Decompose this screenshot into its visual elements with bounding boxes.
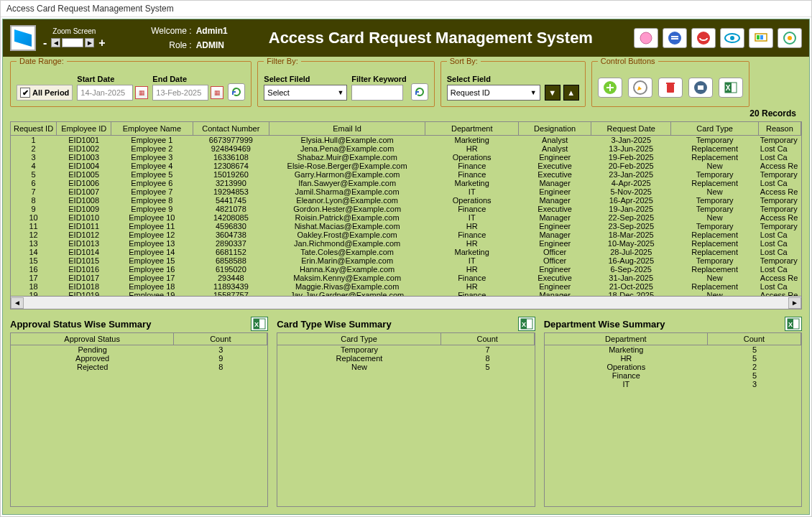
table-row[interactable]: 16EID1016Employee 166195020Hanna.Kay@Exa… [11, 265, 801, 274]
table-row[interactable]: 15EID1015Employee 156858588Erin.Marin@Ex… [11, 256, 801, 265]
table-row[interactable]: 13EID1013Employee 132890337Jan.Richmond@… [11, 239, 801, 248]
table-row[interactable]: 11EID1011Employee 114596830Nishat.Macias… [11, 222, 801, 230]
table-row[interactable]: 18EID1018Employee 1811893439Maggie.Rivas… [11, 282, 801, 291]
grid-column-header[interactable]: Department [425, 122, 519, 135]
grid-column-header[interactable]: Reason [759, 122, 801, 135]
filter-field-select[interactable]: Select ▼ [264, 85, 347, 101]
department-summary-body[interactable]: Marketing5HR5Operations2Finance5IT3 [545, 345, 801, 388]
grid-column-header[interactable]: Employee ID [57, 122, 111, 135]
grid-column-header[interactable]: Email Id [269, 122, 425, 135]
grid-cell: Lost Ca [759, 239, 801, 248]
start-date-input[interactable] [77, 85, 133, 101]
table-row[interactable]: 4EID1004Employee 412308674Elsie-Rose.Ber… [11, 162, 801, 170]
zoom-out-button[interactable]: - [40, 37, 50, 50]
grid-cell: Erin.Marin@Example.com [269, 256, 425, 265]
scroll-right-button[interactable]: ► [788, 297, 801, 309]
grid-column-header[interactable]: Employee Name [111, 122, 193, 135]
print-button[interactable] [688, 78, 713, 98]
zoom-track[interactable] [62, 38, 83, 47]
summary-row[interactable]: HR5 [545, 354, 801, 363]
header-icon-2[interactable] [663, 28, 687, 48]
grid-cell: 16-Apr-2025 [591, 196, 671, 205]
table-row[interactable]: 6EID1006Employee 63213990Ifan.Sawyer@Exa… [11, 179, 801, 187]
grid-column-header[interactable]: Request Date [591, 122, 671, 135]
summary-row[interactable]: New5 [277, 363, 534, 371]
grid-column-header[interactable]: Contact Number [193, 122, 270, 135]
table-row[interactable]: 9EID1009Employee 94821078Gordon.Hester@E… [11, 205, 801, 213]
summary-row[interactable]: Finance5 [545, 371, 801, 380]
table-row[interactable]: 14EID1014Employee 146681152Tate.Coles@Ex… [11, 248, 801, 256]
cardtype-export-button[interactable]: X [518, 317, 535, 331]
summary-row[interactable]: Approved9 [11, 354, 267, 363]
all-period-checkbox[interactable]: ✔ [20, 88, 30, 98]
grid-cell: EID1008 [57, 196, 111, 205]
date-refresh-button[interactable] [228, 83, 245, 101]
grid-cell: EID1002 [57, 144, 111, 153]
header-icon-3[interactable] [691, 28, 716, 48]
grid-cell: Replacement [671, 153, 758, 162]
all-period-checkbox-wrap[interactable]: ✔ All Period [17, 85, 73, 101]
filter-keyword-input[interactable] [351, 85, 403, 101]
end-date-input[interactable] [152, 85, 208, 101]
table-row[interactable]: 5EID1005Employee 515019260Garry.Harmon@E… [11, 170, 801, 179]
grid-cell: Elysia.Hull@Example.com [269, 136, 425, 144]
table-row[interactable]: 17EID1017Employee 17293448Maksim.Kenny@E… [11, 274, 801, 282]
grid-cell: Replacement [671, 265, 758, 274]
summary-row[interactable]: Pending3 [11, 345, 267, 354]
header-icon-4[interactable] [720, 28, 744, 48]
summary-column-header[interactable]: Approval Status [11, 333, 174, 345]
grid-column-header[interactable]: Designation [519, 122, 591, 135]
summary-row[interactable]: IT3 [545, 380, 801, 388]
grid-column-header[interactable]: Request ID [11, 122, 57, 135]
approval-export-button[interactable]: X [251, 317, 268, 331]
table-row[interactable]: 7EID1007Employee 719294853Jamil.Sharma@E… [11, 187, 801, 196]
delete-button[interactable] [658, 78, 683, 98]
zoom-next-button[interactable]: ► [85, 38, 94, 47]
summary-column-header[interactable]: Department [545, 333, 708, 345]
grid-cell: HR [425, 222, 519, 230]
svg-rect-8 [757, 35, 760, 39]
grid-column-header[interactable]: Card Type [671, 122, 758, 135]
export-excel-button[interactable]: X [719, 78, 743, 98]
date-range-legend: Date Range: [17, 57, 67, 65]
header-icon-1[interactable] [634, 28, 658, 48]
summary-column-header[interactable]: Count [174, 333, 267, 345]
sort-desc-button[interactable]: ▼ [545, 85, 560, 101]
summary-column-header[interactable]: Card Type [277, 333, 440, 345]
header-icon-6[interactable] [778, 28, 802, 48]
table-row[interactable]: 19EID1019Employee 1915587757Jay-Jay.Gard… [11, 291, 801, 296]
summary-row[interactable]: Temporary7 [277, 345, 534, 354]
zoom-in-button[interactable]: + [96, 37, 108, 50]
header-icon-5[interactable] [749, 28, 773, 48]
summary-row[interactable]: Operations2 [545, 363, 801, 371]
table-row[interactable]: 8EID1008Employee 85441745Eleanor.Lyon@Ex… [11, 196, 801, 205]
department-export-button[interactable]: X [785, 317, 802, 331]
summary-row[interactable]: Rejected8 [11, 363, 267, 371]
table-row[interactable]: 12EID1012Employee 123604738Oakley.Frost@… [11, 230, 801, 239]
end-date-calendar-icon[interactable]: ▦ [211, 86, 223, 99]
grid-body[interactable]: 1EID1001Employee 16673977999Elysia.Hull@… [11, 136, 801, 296]
grid-cell: Ifan.Sawyer@Example.com [269, 179, 425, 187]
table-row[interactable]: 10EID1010Employee 1014208085Roisin.Patri… [11, 213, 801, 222]
sort-field-value: Request ID [451, 88, 490, 97]
summary-column-header[interactable]: Count [441, 333, 535, 345]
summary-row[interactable]: Marketing5 [545, 345, 801, 354]
start-date-calendar-icon[interactable]: ▦ [135, 86, 148, 99]
table-row[interactable]: 1EID1001Employee 16673977999Elysia.Hull@… [11, 136, 801, 144]
filter-apply-button[interactable] [411, 83, 428, 101]
add-button[interactable] [598, 78, 622, 98]
table-row[interactable]: 2EID1002Employee 2924849469Jena.Pena@Exa… [11, 144, 801, 153]
table-row[interactable]: 3EID1003Employee 316336108Shabaz.Muir@Ex… [11, 153, 801, 162]
sort-asc-button[interactable]: ▲ [563, 85, 579, 101]
grid-cell: Employee 7 [111, 187, 193, 196]
summary-row[interactable]: Replacement8 [277, 354, 534, 363]
summary-column-header[interactable]: Count [708, 333, 801, 345]
approval-summary-body[interactable]: Pending3Approved9Rejected8 [11, 345, 267, 371]
grid-hscroll[interactable]: ◄ ► [11, 296, 801, 309]
edit-button[interactable] [628, 78, 652, 98]
sort-field-select[interactable]: Request ID ▼ [447, 85, 540, 101]
zoom-prev-button[interactable]: ◄ [51, 38, 60, 47]
grid-cell: Executive [519, 170, 591, 179]
scroll-left-button[interactable]: ◄ [11, 297, 24, 309]
cardtype-summary-body[interactable]: Temporary7Replacement8New5 [277, 345, 534, 371]
